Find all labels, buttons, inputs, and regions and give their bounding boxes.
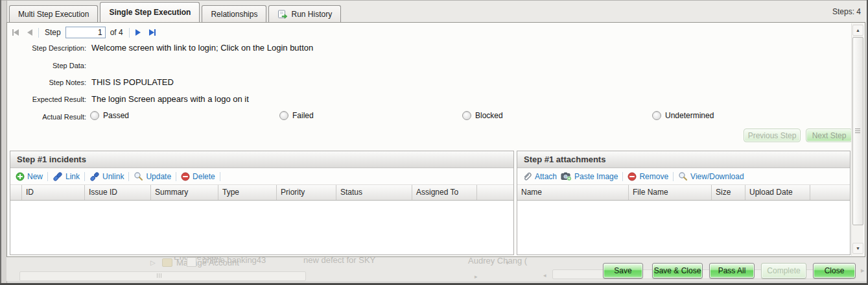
step-execution-panel: Step of 4 Step Description: Welcome scre…	[6, 22, 865, 257]
radio-failed[interactable]: Failed	[279, 111, 314, 120]
tab-bar: Multi Step Execution Single Step Executi…	[7, 1, 866, 22]
separator	[38, 28, 39, 38]
tab-multi-step-execution[interactable]: Multi Step Execution	[9, 5, 98, 22]
separator	[84, 172, 85, 181]
toolbar-label: Remove	[639, 172, 668, 181]
add-icon	[16, 172, 25, 181]
column-upload-date[interactable]: Upload Date	[745, 185, 810, 200]
step-notes-value: THIS IS POPULATED	[91, 77, 174, 87]
column-file-name[interactable]: File Name	[629, 185, 712, 200]
scroll-arrow-icon: ▸	[475, 273, 478, 280]
previous-step-button: Previous Step	[744, 129, 801, 142]
pass-all-button[interactable]: Pass All	[709, 263, 755, 279]
tab-run-history[interactable]: Run History	[268, 5, 341, 22]
toolbar-label: Delete	[193, 172, 215, 181]
last-step-icon[interactable]	[149, 29, 156, 36]
incidents-panel: Step #1 incidents New Link	[10, 151, 514, 255]
update-incident-button[interactable]: Update	[134, 171, 171, 181]
delete-incident-button[interactable]: Delete	[181, 172, 215, 181]
background-cell-text: online banking43	[202, 257, 266, 265]
step-description-value: Welcome screen with link to login; Click…	[91, 43, 313, 53]
attach-button[interactable]: Attach	[522, 171, 557, 181]
view-download-button[interactable]: View/Download	[678, 171, 744, 181]
radio-blocked[interactable]: Blocked	[462, 111, 503, 120]
paste-image-button[interactable]: Paste Image	[561, 171, 618, 181]
column-filler	[810, 185, 850, 200]
background-cell-text: new defect for SKY	[303, 257, 375, 265]
magnifier-icon	[134, 171, 143, 181]
incidents-panel-title: Step #1 incidents	[10, 151, 513, 168]
incidents-toolbar: New Link Unlink	[10, 168, 513, 185]
next-step-icon[interactable]	[135, 29, 141, 36]
background-page: End Session ▷ Manage Account ▾ online ba…	[6, 257, 867, 281]
attachments-toolbar: Attach Paste Image Remove	[517, 168, 850, 185]
column-issue-id[interactable]: Issue ID	[85, 185, 151, 200]
attachments-panel: Step #1 attachments Attach Paste Image	[517, 151, 850, 255]
steps-counter: Steps: 4	[832, 7, 866, 16]
camera-icon	[561, 171, 572, 181]
column-id[interactable]: ID	[22, 185, 85, 200]
new-incident-button[interactable]: New	[16, 172, 43, 181]
toolbar-label: New	[27, 172, 43, 181]
radio-icon[interactable]	[279, 111, 288, 120]
column-type[interactable]: Type	[218, 185, 277, 200]
actual-result-label: Actual Result:	[7, 113, 86, 121]
save-button[interactable]: Save	[603, 263, 643, 279]
column-size[interactable]: Size	[712, 185, 745, 200]
radio-icon[interactable]	[90, 111, 99, 120]
background-checkbox	[187, 257, 196, 267]
separator	[129, 28, 130, 38]
previous-step-icon[interactable]	[27, 29, 32, 36]
separator	[128, 172, 129, 181]
window-edge	[0, 0, 868, 1]
column-summary[interactable]: Summary	[151, 185, 218, 200]
column-priority[interactable]: Priority	[277, 185, 336, 200]
column-name[interactable]: Name	[517, 185, 629, 200]
magnifier-icon	[678, 171, 688, 181]
link-incident-button[interactable]: Link	[53, 171, 80, 182]
remove-attachment-button[interactable]: Remove	[628, 172, 668, 181]
next-step-button[interactable]: Next Step	[806, 129, 852, 142]
close-button[interactable]: Close	[813, 263, 856, 279]
test-execution-window: End Session ▷ Manage Account ▾ online ba…	[0, 0, 868, 285]
tree-caret-icon: ▷	[150, 259, 156, 266]
separator	[47, 172, 48, 181]
attachments-table-body[interactable]	[517, 201, 850, 254]
incidents-table-body[interactable]	[10, 201, 513, 254]
scroll-down-icon[interactable]: ▼	[852, 243, 863, 254]
scroll-up-icon[interactable]: ▲	[852, 25, 863, 36]
toolbar-label: Attach	[535, 172, 557, 181]
scrollbar-thumb[interactable]	[852, 37, 863, 225]
radio-icon[interactable]	[652, 111, 661, 120]
tab-label: Run History	[291, 10, 332, 19]
separator	[220, 172, 220, 181]
link-icon	[53, 171, 63, 182]
radio-label: Blocked	[475, 111, 503, 120]
attachments-table-header: Name File Name Size Upload Date	[517, 185, 850, 201]
step-navigator: Step of 4	[7, 23, 865, 40]
column-status[interactable]: Status	[336, 185, 412, 200]
attachments-panel-title: Step #1 attachments	[517, 151, 850, 168]
toolbar-label: Paste Image	[574, 172, 618, 181]
tab-label: Multi Step Execution	[18, 10, 89, 19]
radio-label: Failed	[292, 111, 314, 120]
expected-result-label: Expected Result:	[7, 95, 86, 103]
step-number-input[interactable]	[65, 27, 106, 38]
column-assigned-to[interactable]: Assigned To	[412, 185, 477, 200]
tab-label: Single Step Execution	[109, 8, 191, 17]
radio-undetermined[interactable]: Undetermined	[652, 111, 714, 120]
step-description-label: Step Description:	[7, 44, 86, 52]
step-of-label: of 4	[110, 28, 123, 37]
vertical-scrollbar[interactable]: ▲ ▼	[851, 23, 863, 256]
save-and-close-button[interactable]: Save & Close	[652, 263, 703, 279]
tab-relationships[interactable]: Relationships	[202, 5, 266, 22]
step-notes-label: Step Notes:	[7, 79, 86, 86]
unlink-incident-button[interactable]: Unlink	[89, 171, 124, 182]
column-filler	[477, 185, 513, 200]
toolbar-label: Link	[65, 172, 80, 181]
step-label: Step	[45, 28, 61, 37]
first-step-icon[interactable]	[12, 29, 19, 36]
radio-passed[interactable]: Passed	[90, 111, 129, 120]
radio-icon[interactable]	[462, 111, 471, 120]
tab-single-step-execution[interactable]: Single Step Execution	[100, 2, 200, 22]
